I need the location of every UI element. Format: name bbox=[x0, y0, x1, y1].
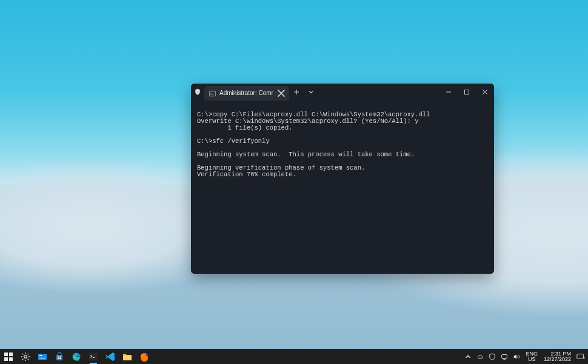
chevron-up-icon bbox=[464, 353, 472, 360]
svg-rect-10 bbox=[39, 358, 45, 359]
svg-rect-11 bbox=[58, 356, 59, 357]
svg-rect-13 bbox=[58, 358, 59, 359]
plus-icon bbox=[293, 89, 299, 95]
firefox-icon bbox=[139, 352, 149, 362]
desktop: Administrator: Command Pror bbox=[0, 0, 588, 364]
svg-rect-20 bbox=[577, 354, 584, 359]
explorer-icon bbox=[122, 352, 132, 362]
taskbar-store[interactable] bbox=[51, 349, 68, 364]
tray-volume[interactable] bbox=[511, 349, 522, 364]
taskbar-file-explorer[interactable] bbox=[119, 349, 136, 364]
notifications-button[interactable] bbox=[575, 349, 587, 364]
terminal-line: Verification 76% complete. bbox=[197, 171, 296, 178]
taskbar-edge[interactable] bbox=[68, 349, 85, 364]
tray-network[interactable] bbox=[499, 349, 510, 364]
terminal-line: 1 file(s) copied. bbox=[197, 124, 293, 131]
svg-rect-3 bbox=[9, 352, 13, 356]
svg-rect-9 bbox=[39, 357, 45, 357]
store-icon bbox=[55, 352, 64, 362]
tab-close-button[interactable] bbox=[277, 89, 286, 98]
vscode-icon bbox=[105, 352, 115, 362]
tab-title: Administrator: Command Pror bbox=[219, 90, 273, 96]
svg-rect-4 bbox=[4, 357, 8, 361]
titlebar-drag-area[interactable] bbox=[318, 84, 439, 101]
close-icon bbox=[482, 89, 488, 95]
svg-rect-14 bbox=[60, 358, 61, 359]
tray-overflow[interactable] bbox=[463, 349, 473, 364]
minimize-button[interactable] bbox=[439, 84, 458, 101]
svg-rect-16 bbox=[89, 353, 98, 360]
admin-shield bbox=[191, 84, 204, 101]
svg-rect-5 bbox=[9, 357, 13, 361]
svg-point-6 bbox=[24, 355, 27, 357]
terminal-window: Administrator: Command Pror bbox=[191, 84, 494, 274]
clock[interactable]: 2:31 PM 12/27/2022 bbox=[541, 349, 573, 364]
edge-icon bbox=[72, 352, 81, 362]
terminal-line: Beginning system scan. This process will… bbox=[197, 151, 415, 158]
close-icon bbox=[277, 89, 286, 98]
network-icon bbox=[501, 353, 508, 360]
svg-rect-17 bbox=[123, 356, 132, 356]
svg-rect-0 bbox=[210, 91, 216, 96]
onedrive-icon bbox=[476, 353, 484, 360]
taskbar-settings[interactable] bbox=[17, 349, 34, 364]
chevron-down-icon bbox=[308, 89, 314, 95]
tray-security[interactable] bbox=[487, 349, 498, 364]
gear-icon bbox=[21, 352, 30, 362]
tray-onedrive[interactable] bbox=[475, 349, 486, 364]
svg-rect-1 bbox=[465, 90, 469, 94]
taskbar: ENG US 2:31 PM 12/27/2022 bbox=[0, 349, 588, 364]
security-icon bbox=[489, 353, 496, 360]
taskbar-terminal[interactable] bbox=[85, 349, 102, 364]
tab-command-prompt[interactable]: Administrator: Command Pror bbox=[204, 86, 289, 101]
maximize-icon bbox=[464, 89, 470, 95]
shield-icon bbox=[194, 88, 201, 96]
terminal-output[interactable]: C:\>copy C:\Files\acproxy.dll C:\Windows… bbox=[191, 101, 494, 274]
start-button[interactable] bbox=[0, 349, 17, 364]
taskbar-vscode[interactable] bbox=[102, 349, 119, 364]
notifications-icon bbox=[576, 353, 585, 360]
taskbar-firefox[interactable] bbox=[136, 349, 153, 364]
start-icon bbox=[4, 352, 13, 362]
taskbar-processes[interactable] bbox=[34, 349, 51, 364]
cmd-icon bbox=[209, 90, 216, 97]
terminal-line: C:\>sfc /verifyonly bbox=[197, 137, 270, 145]
titlebar[interactable]: Administrator: Command Pror bbox=[191, 84, 494, 101]
volume-icon bbox=[513, 353, 520, 360]
svg-rect-2 bbox=[4, 352, 8, 356]
terminal-icon bbox=[89, 352, 98, 362]
svg-rect-8 bbox=[39, 355, 42, 356]
svg-rect-19 bbox=[502, 354, 507, 358]
processes-icon bbox=[38, 352, 47, 362]
maximize-button[interactable] bbox=[458, 84, 476, 101]
lang-secondary: US bbox=[528, 357, 536, 362]
tab-dropdown-button[interactable] bbox=[304, 84, 318, 101]
minimize-icon bbox=[446, 89, 452, 95]
new-tab-button[interactable] bbox=[289, 84, 304, 101]
language-indicator[interactable]: ENG US bbox=[523, 349, 540, 364]
clock-date: 12/27/2022 bbox=[544, 357, 571, 362]
svg-rect-12 bbox=[60, 356, 61, 357]
close-button[interactable] bbox=[476, 84, 494, 101]
